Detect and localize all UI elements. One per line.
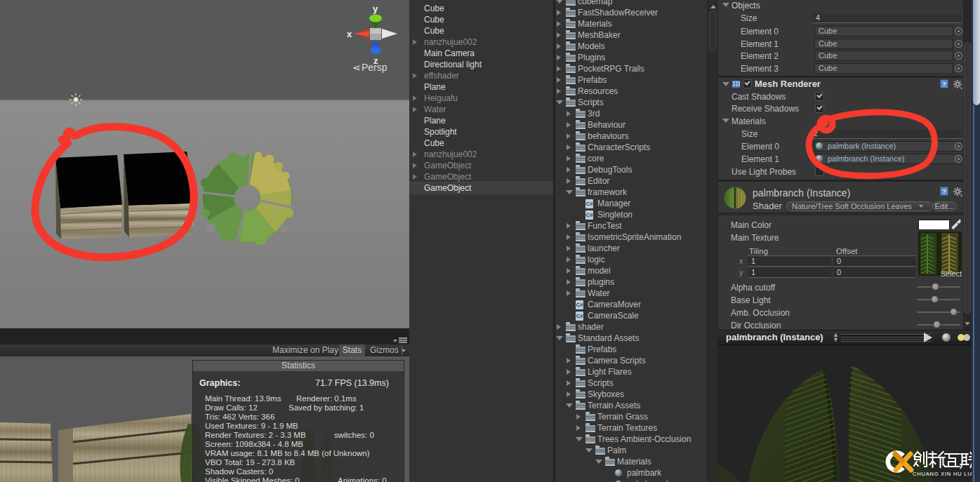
svg-text:x: x <box>347 29 352 39</box>
svg-text:y: y <box>373 4 378 14</box>
svg-text:⋖: ⋖ <box>352 62 361 73</box>
svg-text:?: ? <box>942 188 946 195</box>
svg-text:Persp: Persp <box>362 62 388 73</box>
svg-text:?: ? <box>942 81 946 88</box>
svg-text:CHUANG XIN HU LIAN: CHUANG XIN HU LIAN <box>913 471 972 477</box>
